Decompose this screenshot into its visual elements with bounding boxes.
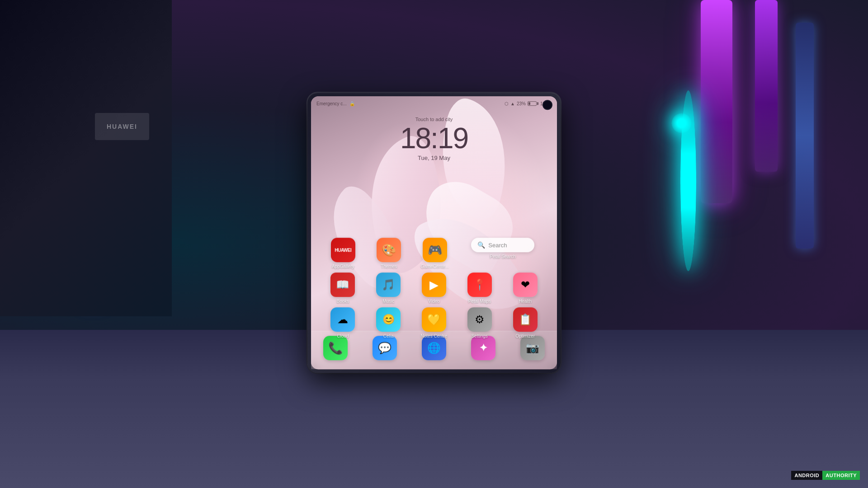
app-celia[interactable]: 😊 Celia (372, 307, 405, 338)
clock-area: Touch to add city 18:19 Tue, 19 May (311, 117, 557, 161)
app-label-petalmaps: Petal Maps (468, 299, 491, 304)
search-input-text[interactable]: Search (488, 242, 507, 249)
app-label-settings: Settings (472, 333, 488, 338)
status-bar-left: Emergency c... 🔒 (316, 101, 355, 106)
search-bar[interactable]: 🔍 Search (471, 238, 534, 252)
app-row-2: 📖 Books 🎵 Music ▶ Video 📍 (320, 272, 548, 304)
scene: HUAWEI Em (0, 0, 868, 488)
front-camera (543, 101, 552, 109)
app-label-video: Video (428, 299, 439, 304)
app-icon-music: 🎵 (376, 272, 401, 297)
app-icon-themes: 🎨 (377, 238, 401, 262)
app-health[interactable]: ❤ Health (509, 272, 542, 304)
search-widget: 🔍 Search Petal Search (464, 238, 541, 259)
app-label-celia: Celia (383, 333, 394, 338)
app-appgallery[interactable]: HUAWEI AppGallery (327, 238, 359, 269)
app-icon-petalmaps: 📍 (467, 272, 492, 297)
clock-city-label: Touch to add city (311, 117, 557, 122)
battery-fill (528, 102, 530, 105)
app-label-cloud: Cloud (337, 333, 349, 338)
app-video[interactable]: ▶ Video (418, 272, 450, 304)
app-label-optimizer: Optimizer (515, 333, 535, 338)
app-icon-books: 📖 (330, 272, 355, 297)
app-icon-gamecenter: 🎮 (423, 238, 447, 262)
app-icon-cloud: ☁ (330, 307, 355, 332)
battery-tip (537, 102, 538, 105)
phone-screen: Emergency c... 🔒 ⬡ ▲ 23% 18:1 (311, 96, 557, 369)
app-gamecenter[interactable]: 🎮 GameCente... (419, 238, 451, 269)
clock-time: 18:19 (311, 124, 557, 153)
app-settings[interactable]: ⚙ Settings (463, 307, 496, 338)
huawei-store-sign: HUAWEI (95, 113, 149, 140)
app-icon-optimizer: 📋 (513, 307, 538, 332)
app-notescentre[interactable]: 💛 Notes Centre (418, 307, 450, 338)
app-themes[interactable]: 🎨 Themes (373, 238, 405, 269)
watermark: ANDROID AUTHORITY (791, 471, 860, 480)
petal-search-label: Petal Search (490, 254, 516, 259)
app-grid: HUAWEI AppGallery 🎨 Themes 🎮 GameCente..… (320, 238, 548, 342)
app-cloud[interactable]: ☁ Cloud (326, 307, 359, 338)
app-row-1: HUAWEI AppGallery 🎨 Themes 🎮 GameCente..… (320, 238, 548, 269)
phone-body: Emergency c... 🔒 ⬡ ▲ 23% 18:1 (307, 93, 561, 373)
lock-icon: 🔒 (349, 101, 355, 106)
emergency-call-label: Emergency c... (316, 101, 347, 106)
app-label-music: Music (382, 299, 394, 304)
app-label-gamecenter: GameCente... (421, 264, 449, 269)
app-label-appgallery: AppGallery (332, 264, 354, 269)
app-icon-appgallery: HUAWEI (331, 238, 355, 262)
phone-wrapper: Emergency c... 🔒 ⬡ ▲ 23% 18:1 (307, 93, 561, 373)
neon-lamp (671, 113, 692, 133)
neon-pillar-right-purple2 (755, 0, 778, 172)
neon-pillar-right-blue (796, 23, 814, 249)
wifi-icon: ▲ (510, 101, 515, 106)
bluetooth-icon: ⬡ (505, 101, 509, 106)
app-icon-health: ❤ (513, 272, 538, 297)
app-label-books: Books (336, 299, 349, 304)
app-icon-celia: 😊 (376, 307, 401, 332)
battery-icon (528, 101, 538, 106)
status-bar: Emergency c... 🔒 ⬡ ▲ 23% 18:1 (311, 96, 557, 111)
app-icon-notescentre: 💛 (422, 307, 446, 332)
app-icon-video: ▶ (422, 272, 446, 297)
app-label-themes: Themes (381, 264, 397, 269)
app-row-3: ☁ Cloud 😊 Celia 💛 Notes Centre (320, 307, 548, 338)
battery-body (528, 101, 537, 106)
app-optimizer[interactable]: 📋 Optimizer (509, 307, 542, 338)
watermark-android: ANDROID (791, 471, 822, 480)
neon-pillar-right-purple1 (701, 0, 732, 203)
app-books[interactable]: 📖 Books (326, 272, 359, 304)
dark-background-left (0, 0, 172, 316)
app-label-health: Health (519, 299, 532, 304)
search-icon: 🔍 (477, 241, 485, 249)
watermark-authority: AUTHORITY (822, 471, 860, 480)
battery-percent: 23% (517, 101, 526, 106)
app-icon-settings: ⚙ (467, 307, 492, 332)
app-music[interactable]: 🎵 Music (372, 272, 405, 304)
clock-date: Tue, 19 May (311, 155, 557, 161)
app-petalmaps[interactable]: 📍 Petal Maps (463, 272, 496, 304)
app-label-notescentre: Notes Centre (421, 333, 448, 338)
